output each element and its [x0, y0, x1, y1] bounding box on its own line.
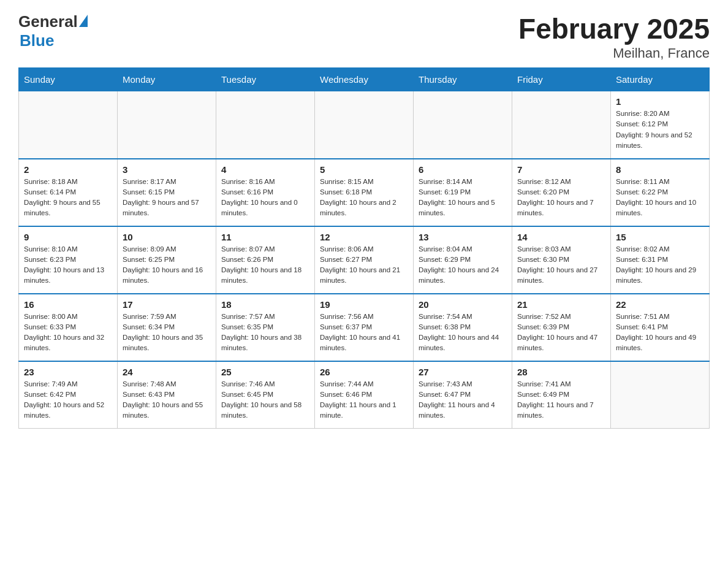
logo-triangle-icon — [79, 15, 88, 27]
day-info: Sunrise: 7:57 AMSunset: 6:35 PMDaylight:… — [221, 312, 309, 354]
day-info: Sunrise: 7:49 AMSunset: 6:42 PMDaylight:… — [24, 379, 112, 421]
day-number: 12 — [320, 232, 408, 242]
page-header: General Blue February 2025 Meilhan, Fran… — [18, 12, 710, 61]
week-row-0: 1Sunrise: 8:20 AMSunset: 6:12 PMDaylight… — [19, 91, 710, 159]
calendar-cell: 17Sunrise: 7:59 AMSunset: 6:34 PMDayligh… — [118, 294, 216, 361]
calendar-cell: 6Sunrise: 8:14 AMSunset: 6:19 PMDaylight… — [414, 159, 512, 226]
day-number: 8 — [616, 164, 704, 175]
calendar-cell — [19, 91, 118, 159]
day-number: 15 — [616, 232, 704, 242]
day-number: 25 — [221, 367, 309, 377]
header-day-monday: Monday — [118, 68, 216, 91]
calendar-title: February 2025 — [518, 12, 710, 45]
calendar-cell: 15Sunrise: 8:02 AMSunset: 6:31 PMDayligh… — [611, 226, 710, 294]
calendar-cell: 10Sunrise: 8:09 AMSunset: 6:25 PMDayligh… — [118, 226, 216, 294]
calendar-header: SundayMondayTuesdayWednesdayThursdayFrid… — [19, 68, 710, 91]
day-info: Sunrise: 8:17 AMSunset: 6:15 PMDaylight:… — [123, 177, 211, 219]
calendar-cell: 11Sunrise: 8:07 AMSunset: 6:26 PMDayligh… — [216, 226, 315, 294]
day-number: 2 — [24, 164, 112, 175]
logo: General Blue — [18, 12, 88, 50]
header-day-thursday: Thursday — [414, 68, 512, 91]
header-day-tuesday: Tuesday — [216, 68, 315, 91]
calendar-cell: 27Sunrise: 7:43 AMSunset: 6:47 PMDayligh… — [414, 361, 512, 429]
day-number: 22 — [616, 299, 704, 310]
day-info: Sunrise: 8:18 AMSunset: 6:14 PMDaylight:… — [24, 177, 112, 219]
calendar-cell: 3Sunrise: 8:17 AMSunset: 6:15 PMDaylight… — [118, 159, 216, 226]
day-info: Sunrise: 8:02 AMSunset: 6:31 PMDaylight:… — [616, 244, 704, 286]
calendar-cell: 26Sunrise: 7:44 AMSunset: 6:46 PMDayligh… — [315, 361, 414, 429]
day-number: 1 — [616, 96, 704, 107]
day-number: 6 — [419, 164, 507, 175]
calendar-cell: 1Sunrise: 8:20 AMSunset: 6:12 PMDaylight… — [611, 91, 710, 159]
day-number: 16 — [24, 299, 112, 310]
day-number: 20 — [419, 299, 507, 310]
day-info: Sunrise: 7:41 AMSunset: 6:49 PMDaylight:… — [517, 379, 605, 421]
calendar-cell: 12Sunrise: 8:06 AMSunset: 6:27 PMDayligh… — [315, 226, 414, 294]
day-info: Sunrise: 7:54 AMSunset: 6:38 PMDaylight:… — [419, 312, 507, 354]
calendar-cell: 9Sunrise: 8:10 AMSunset: 6:23 PMDaylight… — [19, 226, 118, 294]
calendar-cell: 7Sunrise: 8:12 AMSunset: 6:20 PMDaylight… — [512, 159, 611, 226]
calendar-cell: 2Sunrise: 8:18 AMSunset: 6:14 PMDaylight… — [19, 159, 118, 226]
title-block: February 2025 Meilhan, France — [518, 12, 710, 61]
day-number: 14 — [517, 232, 605, 242]
calendar-cell: 21Sunrise: 7:52 AMSunset: 6:39 PMDayligh… — [512, 294, 611, 361]
day-info: Sunrise: 7:51 AMSunset: 6:41 PMDaylight:… — [616, 312, 704, 354]
calendar-cell: 5Sunrise: 8:15 AMSunset: 6:18 PMDaylight… — [315, 159, 414, 226]
day-info: Sunrise: 7:59 AMSunset: 6:34 PMDaylight:… — [123, 312, 211, 354]
day-info: Sunrise: 7:56 AMSunset: 6:37 PMDaylight:… — [320, 312, 408, 354]
calendar-cell: 8Sunrise: 8:11 AMSunset: 6:22 PMDaylight… — [611, 159, 710, 226]
day-number: 3 — [123, 164, 211, 175]
header-day-wednesday: Wednesday — [315, 68, 414, 91]
day-info: Sunrise: 8:06 AMSunset: 6:27 PMDaylight:… — [320, 244, 408, 286]
day-info: Sunrise: 8:14 AMSunset: 6:19 PMDaylight:… — [419, 177, 507, 219]
calendar-cell — [118, 91, 216, 159]
logo-blue-text: Blue — [20, 31, 54, 50]
calendar-cell — [216, 91, 315, 159]
day-info: Sunrise: 7:43 AMSunset: 6:47 PMDaylight:… — [419, 379, 507, 421]
day-number: 26 — [320, 367, 408, 377]
calendar-cell — [414, 91, 512, 159]
day-number: 28 — [517, 367, 605, 377]
calendar-cell: 22Sunrise: 7:51 AMSunset: 6:41 PMDayligh… — [611, 294, 710, 361]
calendar-cell: 18Sunrise: 7:57 AMSunset: 6:35 PMDayligh… — [216, 294, 315, 361]
calendar-cell: 14Sunrise: 8:03 AMSunset: 6:30 PMDayligh… — [512, 226, 611, 294]
calendar-cell: 23Sunrise: 7:49 AMSunset: 6:42 PMDayligh… — [19, 361, 118, 429]
day-info: Sunrise: 8:04 AMSunset: 6:29 PMDaylight:… — [419, 244, 507, 286]
day-info: Sunrise: 8:11 AMSunset: 6:22 PMDaylight:… — [616, 177, 704, 219]
day-number: 10 — [123, 232, 211, 242]
day-info: Sunrise: 7:44 AMSunset: 6:46 PMDaylight:… — [320, 379, 408, 421]
calendar-cell: 20Sunrise: 7:54 AMSunset: 6:38 PMDayligh… — [414, 294, 512, 361]
calendar-cell: 28Sunrise: 7:41 AMSunset: 6:49 PMDayligh… — [512, 361, 611, 429]
day-number: 27 — [419, 367, 507, 377]
day-number: 19 — [320, 299, 408, 310]
day-info: Sunrise: 8:09 AMSunset: 6:25 PMDaylight:… — [123, 244, 211, 286]
calendar-cell: 19Sunrise: 7:56 AMSunset: 6:37 PMDayligh… — [315, 294, 414, 361]
day-info: Sunrise: 7:48 AMSunset: 6:43 PMDaylight:… — [123, 379, 211, 421]
calendar-cell: 13Sunrise: 8:04 AMSunset: 6:29 PMDayligh… — [414, 226, 512, 294]
day-info: Sunrise: 8:10 AMSunset: 6:23 PMDaylight:… — [24, 244, 112, 286]
day-number: 17 — [123, 299, 211, 310]
calendar-cell: 16Sunrise: 8:00 AMSunset: 6:33 PMDayligh… — [19, 294, 118, 361]
day-number: 5 — [320, 164, 408, 175]
day-info: Sunrise: 8:07 AMSunset: 6:26 PMDaylight:… — [221, 244, 309, 286]
week-row-3: 16Sunrise: 8:00 AMSunset: 6:33 PMDayligh… — [19, 294, 710, 361]
day-number: 24 — [123, 367, 211, 377]
day-number: 9 — [24, 232, 112, 242]
header-day-friday: Friday — [512, 68, 611, 91]
day-info: Sunrise: 7:46 AMSunset: 6:45 PMDaylight:… — [221, 379, 309, 421]
calendar-cell: 4Sunrise: 8:16 AMSunset: 6:16 PMDaylight… — [216, 159, 315, 226]
day-number: 4 — [221, 164, 309, 175]
calendar-cell — [315, 91, 414, 159]
calendar-body: 1Sunrise: 8:20 AMSunset: 6:12 PMDaylight… — [19, 91, 710, 429]
day-number: 18 — [221, 299, 309, 310]
week-row-4: 23Sunrise: 7:49 AMSunset: 6:42 PMDayligh… — [19, 361, 710, 429]
calendar-cell: 25Sunrise: 7:46 AMSunset: 6:45 PMDayligh… — [216, 361, 315, 429]
header-day-saturday: Saturday — [611, 68, 710, 91]
day-info: Sunrise: 8:00 AMSunset: 6:33 PMDaylight:… — [24, 312, 112, 354]
header-row: SundayMondayTuesdayWednesdayThursdayFrid… — [19, 68, 710, 91]
day-info: Sunrise: 8:15 AMSunset: 6:18 PMDaylight:… — [320, 177, 408, 219]
calendar-cell — [611, 361, 710, 429]
week-row-2: 9Sunrise: 8:10 AMSunset: 6:23 PMDaylight… — [19, 226, 710, 294]
day-info: Sunrise: 7:52 AMSunset: 6:39 PMDaylight:… — [517, 312, 605, 354]
header-day-sunday: Sunday — [19, 68, 118, 91]
